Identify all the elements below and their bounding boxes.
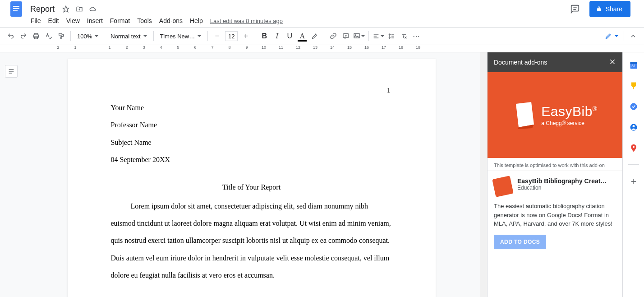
insert-image-icon[interactable] xyxy=(352,30,366,42)
chevron-down-icon xyxy=(198,35,201,37)
font-family-select[interactable]: Times New… xyxy=(156,30,205,42)
menu-tools[interactable]: Tools xyxy=(133,15,156,26)
calendar-icon[interactable]: 31 xyxy=(629,60,638,70)
easybib-logo-icon xyxy=(512,101,536,129)
outline-toggle-icon[interactable] xyxy=(5,65,18,78)
easybib-subtitle: a Chegg® service xyxy=(541,120,597,126)
italic-icon[interactable]: I xyxy=(271,30,283,42)
zoom-select[interactable]: 100% xyxy=(74,30,101,42)
line-spacing-icon[interactable] xyxy=(385,30,398,42)
header-line[interactable]: 04 September 20XX xyxy=(111,151,392,168)
close-icon[interactable] xyxy=(609,58,616,67)
editing-mode[interactable] xyxy=(602,30,621,42)
font-value: Times New… xyxy=(160,33,195,40)
ruler[interactable]: 2112345678910111213141516171819 xyxy=(0,45,644,52)
print-icon[interactable] xyxy=(30,30,42,42)
addon-thumb-icon xyxy=(492,176,513,197)
tasks-icon[interactable] xyxy=(629,102,638,111)
add-comment-icon[interactable] xyxy=(340,30,352,42)
side-rail: 31 ＋ xyxy=(622,52,644,297)
style-value: Normal text xyxy=(110,33,140,40)
menu-insert[interactable]: Insert xyxy=(83,15,106,26)
menu-format[interactable]: Format xyxy=(106,15,133,26)
text-color-icon[interactable]: A xyxy=(296,30,308,42)
add-to-docs-button[interactable]: ADD TO DOCS xyxy=(494,235,546,249)
align-icon[interactable] xyxy=(372,30,385,42)
comments-icon[interactable] xyxy=(569,3,581,15)
last-edit-link[interactable]: Last edit was 8 minutes ago xyxy=(210,18,283,24)
body-paragraph[interactable]: Lorem ipsum dolor sit amet, consectetuer… xyxy=(111,198,392,284)
zoom-value: 100% xyxy=(77,33,92,40)
menu-view[interactable]: View xyxy=(63,15,83,26)
svg-point-33 xyxy=(630,103,637,110)
chevron-down-icon xyxy=(95,35,98,37)
more-icon[interactable]: ⋯ xyxy=(410,30,423,42)
header-line[interactable]: Professor Name xyxy=(111,116,392,134)
addon-item-title: EasyBib Bibliography Creat… xyxy=(517,177,607,185)
svg-point-35 xyxy=(632,125,635,127)
addon-note: This template is optimised to work with … xyxy=(488,158,622,171)
addon-item-description: The easiest automatic bibliography citat… xyxy=(494,202,616,228)
svg-text:31: 31 xyxy=(631,64,636,68)
share-label: Share xyxy=(606,5,622,13)
svg-rect-10 xyxy=(59,33,62,35)
redo-icon[interactable] xyxy=(17,30,30,42)
svg-point-36 xyxy=(632,146,634,148)
clear-formatting-icon[interactable] xyxy=(398,30,410,42)
document-title[interactable]: Report xyxy=(27,3,58,15)
addon-item-category: Education xyxy=(517,185,607,191)
spellcheck-icon[interactable] xyxy=(42,30,55,42)
chevron-down-icon xyxy=(361,35,365,37)
chevron-down-icon xyxy=(615,35,618,37)
svg-marker-4 xyxy=(63,6,69,12)
document-canvas[interactable]: 1 Your Name Professor Name Subject Name … xyxy=(23,52,480,297)
svg-rect-2 xyxy=(13,8,19,9)
vertical-scrollbar[interactable] xyxy=(480,52,487,297)
header-line[interactable]: Subject Name xyxy=(111,134,392,151)
svg-rect-32 xyxy=(633,87,634,89)
insert-link-icon[interactable] xyxy=(327,30,340,42)
page[interactable]: 1 Your Name Professor Name Subject Name … xyxy=(68,59,436,297)
maps-icon[interactable] xyxy=(629,144,638,153)
menu-help[interactable]: Help xyxy=(186,15,207,26)
easybib-brand: EasyBib xyxy=(541,104,593,119)
page-number: 1 xyxy=(387,87,391,94)
star-icon[interactable] xyxy=(62,5,69,13)
paragraph-style-select[interactable]: Normal text xyxy=(107,30,150,42)
paint-format-icon[interactable] xyxy=(55,30,68,42)
header-line[interactable]: Your Name xyxy=(111,99,392,116)
menu-addons[interactable]: Add-ons xyxy=(156,15,186,26)
add-addon-icon[interactable]: ＋ xyxy=(629,176,638,186)
font-size-decrease[interactable]: − xyxy=(211,30,223,42)
chevron-down-icon xyxy=(143,35,147,37)
move-icon[interactable] xyxy=(76,5,83,13)
contacts-icon[interactable] xyxy=(629,123,638,132)
highlight-color-icon[interactable] xyxy=(308,30,321,42)
addon-banner: EasyBib® a Chegg® service xyxy=(488,72,622,158)
bold-icon[interactable]: B xyxy=(258,30,271,42)
menu-edit[interactable]: Edit xyxy=(45,15,63,26)
undo-icon[interactable] xyxy=(5,30,17,42)
font-size-input[interactable] xyxy=(225,31,238,41)
menu-file[interactable]: File xyxy=(27,15,45,26)
font-size-increase[interactable]: + xyxy=(239,30,252,42)
svg-rect-1 xyxy=(13,6,19,7)
cloud-icon[interactable] xyxy=(89,5,97,13)
collapse-panel-icon[interactable] xyxy=(627,30,639,42)
addon-panel: Document add-ons EasyBib® a Chegg® servi… xyxy=(487,52,622,297)
svg-rect-3 xyxy=(13,10,18,11)
keep-icon[interactable] xyxy=(629,81,638,90)
report-title[interactable]: Title of Your Report xyxy=(111,183,392,191)
underline-icon[interactable]: U xyxy=(283,30,296,42)
chevron-down-icon xyxy=(381,35,384,37)
addon-panel-title: Document add-ons xyxy=(494,59,547,66)
